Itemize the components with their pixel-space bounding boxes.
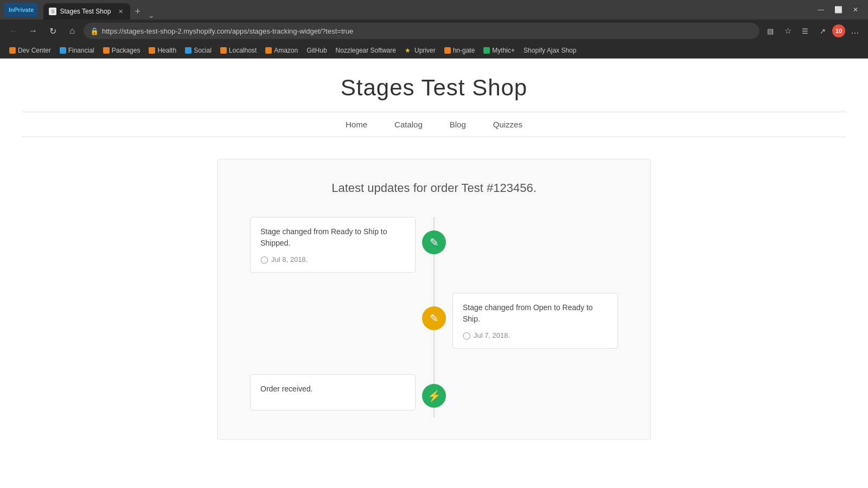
- nav-blog[interactable]: Blog: [450, 120, 466, 129]
- reader-mode-button[interactable]: ▤: [763, 23, 778, 38]
- inprivate-label: InPrivate: [9, 7, 34, 13]
- address-bar[interactable]: 🔒 https://stages-test-shop-2.myshopify.c…: [84, 23, 760, 39]
- pencil-icon: ✎: [430, 312, 439, 325]
- bookmark-folder-icon: [185, 47, 192, 54]
- bookmark-label: Social: [194, 47, 212, 54]
- bookmark-icon: [483, 47, 490, 54]
- bookmark-upriver[interactable]: ★ Upriver: [401, 45, 439, 56]
- shop-title: Stages Test Shop: [0, 75, 868, 101]
- bookmark-label: Amazon: [274, 47, 298, 54]
- timeline-heading: Latest updates for order Test #123456.: [250, 181, 618, 195]
- tab-title: Stages Test Shop: [60, 8, 113, 15]
- nav-home[interactable]: Home: [346, 120, 367, 129]
- bookmark-folder-icon: [220, 47, 227, 54]
- tab-overflow-button[interactable]: ⌄: [145, 11, 158, 20]
- minimize-button[interactable]: —: [813, 2, 829, 18]
- timeline-container: Latest updates for order Test #123456. S…: [217, 159, 651, 440]
- timeline-wrapper: Stage changed from Ready to Ship to Ship…: [250, 217, 618, 418]
- nav-catalog[interactable]: Catalog: [394, 120, 423, 129]
- timeline-card-text: Order received.: [260, 383, 405, 395]
- bookmark-shopify-ajax[interactable]: Shopify Ajax Shop: [520, 45, 580, 56]
- more-button[interactable]: …: [847, 23, 863, 38]
- timeline-icon-ready: ✎: [422, 306, 446, 330]
- timeline-icon-shipped: ✎: [422, 230, 446, 254]
- timeline-card-date: ◯ Jul 8, 2018.: [260, 255, 405, 264]
- nav-quizzes[interactable]: Quizzes: [493, 120, 522, 129]
- close-window-button[interactable]: ✕: [847, 2, 864, 18]
- bookmark-label: Mythic+: [492, 47, 515, 54]
- maximize-button[interactable]: ⬜: [830, 2, 846, 18]
- bookmark-health[interactable]: Health: [145, 45, 180, 56]
- tab-stages-test-shop[interactable]: S Stages Test Shop ✕: [43, 3, 130, 20]
- timeline-card-body: Stage changed from Ready to Ship to Ship…: [250, 217, 416, 273]
- bookmark-folder-icon: [265, 47, 272, 54]
- clock-icon: ◯: [260, 255, 269, 264]
- bookmark-hn-gate[interactable]: hn-gate: [441, 45, 479, 56]
- timeline-date-text: Jul 7, 2018.: [474, 331, 510, 339]
- timeline-card-ready: Stage changed from Open to Ready to Ship…: [452, 293, 618, 349]
- bookmark-label: Dev Center: [18, 47, 51, 54]
- bookmark-folder-icon: [149, 47, 155, 54]
- bookmark-github[interactable]: GitHub: [303, 45, 330, 56]
- timeline-card-text: Stage changed from Ready to Ship to Ship…: [260, 226, 405, 249]
- back-button[interactable]: ←: [5, 23, 22, 39]
- address-lock-icon: 🔒: [90, 27, 99, 35]
- timeline-card-body: Stage changed from Open to Ready to Ship…: [452, 293, 618, 349]
- bookmark-label: Localhost: [229, 47, 257, 54]
- bookmark-icon: [444, 47, 451, 54]
- share-button[interactable]: ↗: [815, 23, 830, 38]
- refresh-button[interactable]: ↻: [44, 23, 61, 39]
- timeline-card-shipped: Stage changed from Ready to Ship to Ship…: [250, 217, 416, 273]
- star-icon: ★: [405, 47, 411, 54]
- bookmark-folder-icon: [9, 47, 16, 54]
- timeline-card-received: Order received.: [250, 374, 416, 410]
- bookmark-folder-icon: [103, 47, 110, 54]
- bookmark-social[interactable]: Social: [181, 45, 215, 56]
- shop-navigation: Home Catalog Blog Quizzes: [22, 112, 846, 137]
- timeline-icon-received: ⚡: [422, 384, 446, 408]
- profile-button[interactable]: 10: [832, 24, 845, 37]
- tab-bar: S Stages Test Shop ✕ + ⌄: [43, 0, 158, 20]
- bookmark-label: Upriver: [414, 47, 436, 54]
- clock-icon: ◯: [463, 331, 471, 339]
- pencil-icon: ✎: [430, 236, 439, 249]
- bookmark-localhost[interactable]: Localhost: [216, 45, 260, 56]
- browser-toolbar: ← → ↻ ⌂ 🔒 https://stages-test-shop-2.mys…: [0, 20, 868, 42]
- toolbar-actions: ▤ ☆ ☰ ↗ 10 …: [763, 23, 863, 38]
- favorites-button[interactable]: ☆: [780, 23, 795, 38]
- hub-button[interactable]: ☰: [797, 23, 813, 38]
- browser-titlebar: InPrivate S Stages Test Shop ✕ + ⌄ — ⬜ ✕: [0, 0, 868, 20]
- page-content: Stages Test Shop Home Catalog Blog Quizz…: [0, 59, 868, 471]
- bookmark-folder-icon: [60, 47, 66, 54]
- new-tab-button[interactable]: +: [130, 3, 145, 20]
- timeline-card-date: ◯ Jul 7, 2018.: [463, 331, 608, 339]
- forward-button[interactable]: →: [25, 23, 41, 39]
- address-text: https://stages-test-shop-2.myshopify.com…: [102, 27, 753, 35]
- bookmark-label: Packages: [112, 47, 141, 54]
- timeline-card-body: Order received.: [250, 374, 416, 410]
- bolt-icon: ⚡: [427, 389, 441, 402]
- timeline-card-text: Stage changed from Open to Ready to Ship…: [463, 302, 608, 325]
- bookmark-financial[interactable]: Financial: [56, 45, 98, 56]
- timeline-date-text: Jul 8, 2018.: [271, 255, 308, 264]
- bookmark-nozzlegear[interactable]: Nozzlegear Software: [332, 45, 400, 56]
- bookmark-mythic[interactable]: Mythic+: [480, 45, 519, 56]
- browser-window: InPrivate S Stages Test Shop ✕ + ⌄ — ⬜ ✕…: [0, 0, 868, 471]
- bookmark-label: Shopify Ajax Shop: [524, 47, 576, 54]
- bookmark-label: Health: [157, 47, 176, 54]
- bookmark-dev-center[interactable]: Dev Center: [5, 45, 55, 56]
- tab-close-button[interactable]: ✕: [116, 7, 125, 16]
- bookmark-amazon[interactable]: Amazon: [261, 45, 302, 56]
- bookmark-label: GitHub: [307, 47, 327, 54]
- bookmarks-bar: Dev Center Financial Packages Health Soc…: [0, 42, 868, 59]
- shop-header: Stages Test Shop: [0, 59, 868, 112]
- bookmark-label: Financial: [68, 47, 94, 54]
- bookmark-label: hn-gate: [453, 47, 475, 54]
- bookmark-label: Nozzlegear Software: [336, 47, 396, 54]
- home-button[interactable]: ⌂: [64, 23, 80, 39]
- bookmark-packages[interactable]: Packages: [99, 45, 144, 56]
